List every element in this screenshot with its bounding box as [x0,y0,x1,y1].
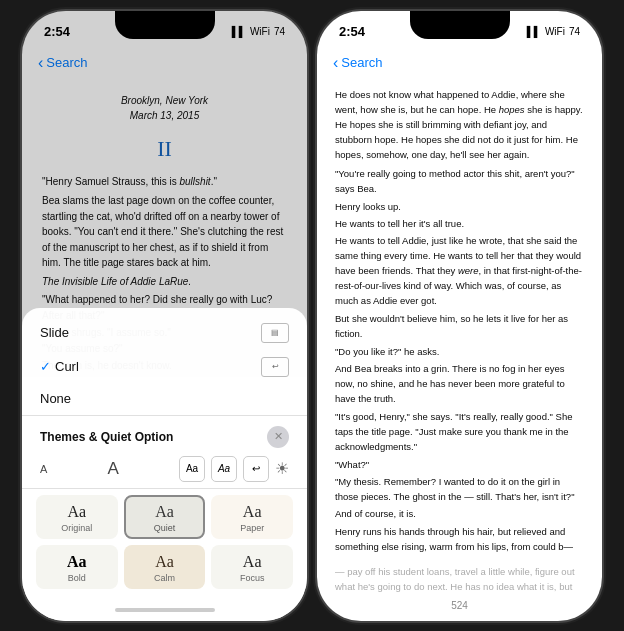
right-para-5: He wants to tell Addie, just like he wro… [335,233,584,308]
theme-calm-aa: Aa [155,553,174,571]
right-para-13: Henry runs his hands through his hair, b… [335,524,584,554]
right-para-10: "What?" [335,457,584,472]
theme-calm-name: Calm [154,573,175,583]
theme-paper-card[interactable]: Aa Paper [211,495,293,539]
right-para-11: "My thesis. Remember? I wanted to do it … [335,474,584,504]
brightness-icon[interactable]: ☀ [275,459,289,478]
theme-bold-card[interactable]: Aa Bold [36,545,118,589]
theme-original-card[interactable]: Aa Original [36,495,118,539]
phones-container: 2:54 ▌▌ WiFi 74 ‹ Search Brooklyn, New Y… [22,11,602,621]
right-para-2: "You're really going to method actor thi… [335,166,584,196]
location-line2: March 13, 2015 [42,108,287,123]
right-phone: 2:54 ▌▌ WiFi 74 ‹ Search He does not kno… [317,11,602,621]
font-type-icon-2[interactable]: Aa [211,456,237,482]
theme-focus-card[interactable]: Aa Focus [211,545,293,589]
themes-section: Themes & Quiet Option ✕ A A Aa Aa ↩ ☀ [22,416,307,599]
font-icon-group: Aa Aa ↩ ☀ [179,456,289,482]
theme-original-aa: Aa [68,503,87,521]
curl-icon: ↩ [261,357,289,377]
theme-quiet-aa: Aa [155,503,174,521]
para-1: "Henry Samuel Strauss, this is bullshit.… [42,174,287,190]
right-para-1: He does not know what happened to Addie,… [335,87,584,162]
theme-quiet-name: Quiet [154,523,176,533]
check-icon: ✓ [40,359,51,374]
theme-focus-aa: Aa [243,553,262,571]
theme-paper-aa: Aa [243,503,262,521]
font-controls-row: A A Aa Aa ↩ ☀ [22,452,307,489]
signal-icon-right: ▌▌ [527,26,541,37]
themes-label: Themes & Quiet Option [40,430,173,444]
left-phone: 2:54 ▌▌ WiFi 74 ‹ Search Brooklyn, New Y… [22,11,307,621]
battery-icon-right: 74 [569,26,580,37]
location-line1: Brooklyn, New York [42,93,287,108]
slide-icon: ▤ [261,323,289,343]
back-label-left: Search [46,55,87,70]
theme-paper-name: Paper [240,523,264,533]
right-para-9: "It's good, Henry," she says. "It's real… [335,409,584,454]
theme-bold-aa: Aa [67,553,87,571]
status-icons-left: ▌▌ WiFi 74 [232,26,285,37]
back-arrow-icon: ‹ [38,54,43,72]
home-indicator-left [22,599,307,621]
book-content-right: He does not know what happened to Addie,… [317,83,602,597]
transition-menu: Slide ▤ ✓ Curl ↩ None [22,308,307,416]
nav-bar-right[interactable]: ‹ Search [317,47,602,83]
wifi-icon-right: WiFi [545,26,565,37]
none-label: None [40,391,289,406]
right-faded-1: — pay off his student loans, travel a li… [335,564,584,597]
para-2: Bea slams the last page down on the coff… [42,193,287,271]
time-right: 2:54 [339,24,365,39]
back-button-left[interactable]: ‹ Search [38,54,88,72]
battery-icon: 74 [274,26,285,37]
book-header: Brooklyn, New York March 13, 2015 [42,93,287,123]
theme-quiet-card[interactable]: Aa Quiet [124,495,206,539]
right-para-8: And Bea breaks into a grin. There is no … [335,361,584,406]
overlay-panel: Slide ▤ ✓ Curl ↩ None Themes & Quiet Opt… [22,308,307,621]
font-small-label: A [40,463,47,475]
nav-bar-left[interactable]: ‹ Search [22,47,307,83]
transition-curl[interactable]: ✓ Curl ↩ [22,350,307,384]
right-para-4: He wants to tell her it's all true. [335,216,584,231]
transition-none[interactable]: None [22,384,307,413]
para-3: The Invisible Life of Addie LaRue. [42,274,287,290]
slide-label: Slide [40,325,261,340]
theme-focus-name: Focus [240,573,265,583]
back-button-right[interactable]: ‹ Search [333,54,383,72]
right-para-12: And of course, it is. [335,506,584,521]
right-para-6: But she wouldn't believe him, so he lets… [335,311,584,341]
right-para-7: "Do you like it?" he asks. [335,344,584,359]
transition-slide[interactable]: Slide ▤ [22,316,307,350]
theme-bold-name: Bold [68,573,86,583]
page-number: 524 [317,597,602,614]
font-type-icon-3[interactable]: ↩ [243,456,269,482]
status-icons-right: ▌▌ WiFi 74 [527,26,580,37]
font-large-label: A [108,459,119,479]
home-indicator-right [317,614,602,621]
themes-header: Themes & Quiet Option ✕ [22,422,307,452]
wifi-icon: WiFi [250,26,270,37]
signal-icon: ▌▌ [232,26,246,37]
font-type-icon-1[interactable]: Aa [179,456,205,482]
back-label-right: Search [341,55,382,70]
theme-grid: Aa Original Aa Quiet Aa Paper [22,489,307,599]
time-left: 2:54 [44,24,70,39]
right-para-3: Henry looks up. [335,199,584,214]
status-bar-left: 2:54 ▌▌ WiFi 74 [22,11,307,47]
home-bar-left [115,608,215,612]
theme-original-name: Original [61,523,92,533]
close-button[interactable]: ✕ [267,426,289,448]
back-arrow-icon-right: ‹ [333,54,338,72]
status-bar-right: 2:54 ▌▌ WiFi 74 [317,11,602,47]
chapter-number: II [42,131,287,166]
curl-label: Curl [55,359,261,374]
theme-calm-card[interactable]: Aa Calm [124,545,206,589]
